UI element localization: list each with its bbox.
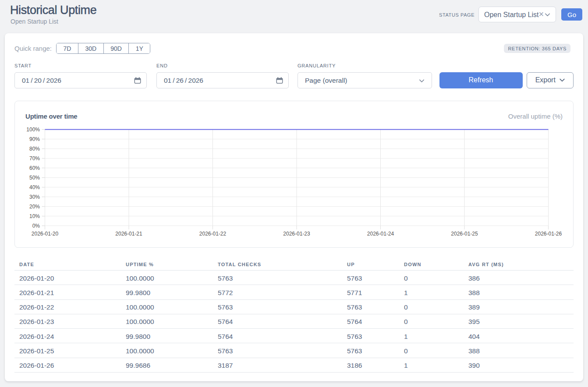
svg-text:60%: 60% <box>29 165 40 171</box>
svg-text:30%: 30% <box>29 194 40 200</box>
svg-text:2026-01-26: 2026-01-26 <box>535 231 562 237</box>
svg-text:20%: 20% <box>29 204 40 210</box>
svg-text:40%: 40% <box>29 184 40 190</box>
svg-text:2026-01-24: 2026-01-24 <box>367 231 394 237</box>
svg-text:100%: 100% <box>26 127 40 133</box>
svg-text:2026-01-20: 2026-01-20 <box>32 231 59 237</box>
svg-text:0%: 0% <box>32 223 40 229</box>
svg-text:90%: 90% <box>29 136 40 142</box>
svg-text:10%: 10% <box>29 213 40 219</box>
svg-text:70%: 70% <box>29 155 40 162</box>
svg-text:2026-01-25: 2026-01-25 <box>451 231 478 237</box>
svg-text:2026-01-22: 2026-01-22 <box>199 231 227 237</box>
svg-text:80%: 80% <box>29 146 40 152</box>
svg-text:2026-01-21: 2026-01-21 <box>115 231 142 237</box>
svg-text:50%: 50% <box>29 175 40 181</box>
svg-text:2026-01-23: 2026-01-23 <box>283 231 310 237</box>
